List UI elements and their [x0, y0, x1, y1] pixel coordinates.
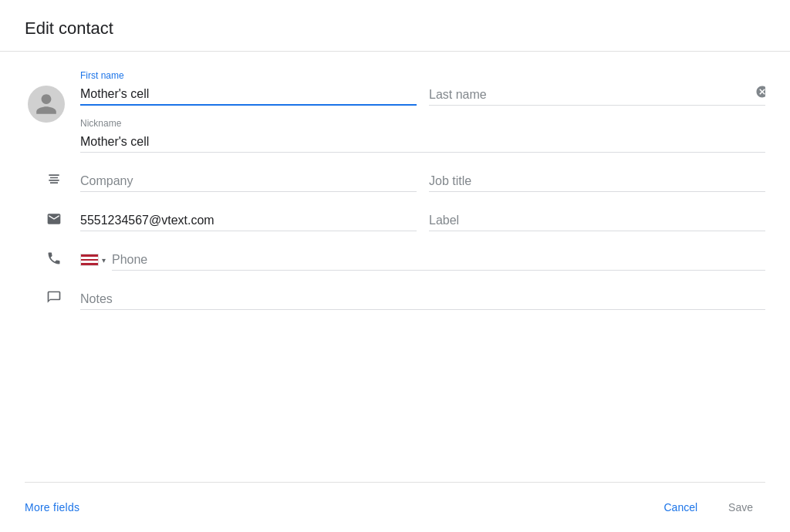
phone-input[interactable] — [112, 250, 765, 271]
email-input[interactable] — [80, 210, 417, 231]
edit-contact-dialog: Edit contact First name — [0, 0, 790, 532]
dialog-title: Edit contact — [25, 19, 765, 39]
email-icon — [46, 211, 62, 227]
last-name-group — [429, 85, 765, 106]
name-row: First name Nickname — [25, 70, 765, 153]
nickname-row: Nickname — [80, 118, 765, 153]
notes-group — [80, 289, 765, 310]
job-title-group — [429, 171, 765, 192]
first-name-label: First name — [80, 70, 417, 81]
clear-name-button[interactable] — [753, 82, 765, 101]
company-fields — [80, 171, 765, 192]
email-fields — [80, 210, 765, 231]
first-name-input[interactable] — [80, 84, 417, 106]
avatar — [28, 86, 65, 123]
person-icon — [34, 92, 59, 116]
company-group — [80, 171, 417, 192]
phone-row: ▾ — [25, 250, 765, 271]
avatar-area — [25, 82, 68, 126]
notes-row — [25, 289, 765, 310]
save-button[interactable]: Save — [716, 495, 765, 520]
first-name-group: First name — [80, 70, 417, 106]
country-selector[interactable]: ▾ — [80, 254, 106, 271]
phone-fields: ▾ — [80, 250, 765, 271]
name-inputs-row: First name — [80, 70, 765, 106]
email-icon-area — [25, 211, 68, 231]
chevron-down-icon: ▾ — [102, 256, 106, 264]
clear-icon — [755, 85, 765, 99]
company-input[interactable] — [80, 171, 417, 192]
phone-group: ▾ — [80, 250, 765, 271]
phone-icon-area — [25, 251, 68, 271]
notes-input[interactable] — [80, 289, 765, 310]
cancel-button[interactable]: Cancel — [651, 495, 710, 520]
phone-icon — [46, 251, 62, 266]
job-title-input[interactable] — [429, 171, 765, 192]
email-row — [25, 210, 765, 231]
company-row — [25, 171, 765, 192]
notes-icon-area — [25, 290, 68, 310]
bottom-bar: More fields Cancel Save — [25, 482, 765, 532]
last-name-input[interactable] — [429, 85, 765, 106]
email-group — [80, 210, 417, 231]
nickname-input[interactable] — [80, 132, 765, 153]
form-area: First name Nickname — [25, 52, 765, 482]
email-label-input[interactable] — [429, 210, 765, 231]
company-icon-area — [25, 172, 68, 192]
nickname-group: Nickname — [80, 118, 765, 153]
notes-icon — [46, 290, 62, 305]
more-fields-button[interactable]: More fields — [25, 495, 79, 520]
nickname-label: Nickname — [80, 118, 765, 129]
us-flag — [80, 254, 99, 266]
name-fields: First name Nickname — [80, 70, 765, 153]
notes-fields — [80, 289, 765, 310]
company-icon — [46, 172, 62, 187]
email-label-group — [429, 210, 765, 231]
action-buttons: Cancel Save — [651, 495, 765, 520]
